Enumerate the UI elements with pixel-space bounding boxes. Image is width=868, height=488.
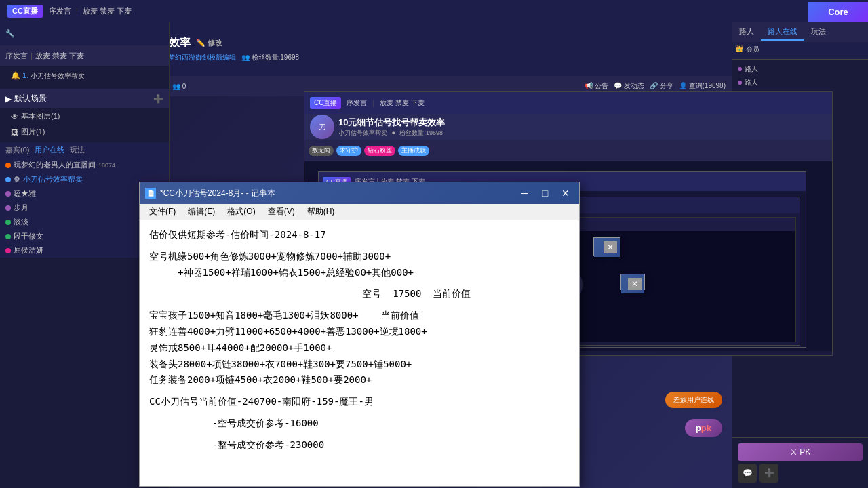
content-line-9: 狂豹连善4000+力劈11000+6500+4000+善恶13000+逆境180… [149,324,570,340]
notepad-title-text: *CC小刀估号2024-8月- - 记事本 [160,188,513,199]
cc-nav-order[interactable]: 序发言 [347,98,367,108]
core-badge: Core [808,2,868,22]
dialog-2-titlebar: ✕ [621,274,644,293]
share-btn[interactable]: 🔗 分享 [650,81,673,91]
menu-view[interactable]: 查看(V) [262,205,300,219]
user-list-header: 嘉宾(0) 用户在线 玩法 [0,142,169,158]
dialog-2-close[interactable]: ✕ [628,278,642,290]
app-logo: CC直播 [7,5,43,18]
user-dot-2 [5,177,11,182]
maximize-btn[interactable]: □ [537,186,553,200]
guests-tab[interactable]: 嘉宾(0) [5,145,29,155]
nav-order[interactable]: 序发言 [49,7,71,15]
connect-users-btn[interactable]: 差族用户连线 [665,392,722,408]
user-dot-7 [5,248,11,253]
notepad-content[interactable]: 估价仅供短期参考-估价时间-2024-8-17 空号机缘500+角色修炼3000… [140,220,579,486]
cc-queue[interactable]: 求守护 [336,146,361,156]
close-btn[interactable]: ✕ [557,186,574,200]
cc-separator: ● [392,129,395,136]
scene-add-btn[interactable]: ➕ [153,94,163,104]
user-name-7: 屈侯洁妍 [14,245,43,256]
content-line-18: -整号成交价参考-230000 [149,437,570,453]
cc-achievement[interactable]: 主播成就 [398,146,429,156]
scene-label: 默认场景 [14,93,47,104]
cc-logo-inner: CC直播 [310,97,341,109]
pk-section: ⚔ PK 💬 ➕ [732,437,868,488]
right-dot-2 [738,81,742,85]
tab-guests[interactable]: 路人 [732,24,761,41]
game-link[interactable]: ● 梦幻西游御剑极颤编辑 [162,53,236,62]
tab-games[interactable]: 玩法 [804,24,833,41]
pk-label: PK [800,447,810,457]
announcement-btn[interactable]: 📢 公告 [585,81,608,91]
small-dialog-1: ✕ [593,237,620,256]
games-tab[interactable]: 玩法 [70,145,85,155]
user-avatar-2: ⚙ [14,175,20,184]
layer-name-1: 基本图层(1) [21,111,60,121]
channel-item[interactable]: 🔔 1. 小刀估号效率帮卖 [5,68,163,83]
layer-item-1[interactable]: 👁 基本图层(1) [0,108,169,124]
right-action-btns: 📢 公告 💬 发动态 🔗 分享 👤 查询(19698) [585,81,726,91]
tab-online[interactable]: 路人在线 [761,24,804,41]
chat-icon-btn[interactable]: 💬 [738,464,757,483]
notepad-window: 📄 *CC小刀估号2024-8月- - 记事本 ─ □ ✕ 文件(F) 编辑(E… [139,182,580,487]
pk-button[interactable]: ⚔ PK [738,443,863,461]
image-icon: 🖼 [11,128,18,136]
member-row-1: 👑 会员 [735,45,865,54]
right-name-2: 路人 [745,78,758,87]
user-item-1: 玩梦幻的老男人的直播间 18074 [0,158,169,172]
layers-list: 👁 基本图层(1) 🖼 图片(1) [0,108,169,140]
minimize-btn[interactable]: ─ [517,186,533,200]
cc-window-topbar: CC直播 序发言 | 放麦 禁麦 下麦 [304,92,832,114]
user-dot-4 [5,205,11,211]
nav-controls-side[interactable]: 放麦 禁麦 下麦 [35,51,84,61]
content-line-3: 空号机缘500+角色修炼3000+宠物修炼7000+辅助3000+ [149,249,570,265]
user-name-6: 段干修文 [14,231,43,241]
right-user-2: 路人 [732,76,868,89]
nav-controls[interactable]: 放麦 禁麦 下麦 [83,7,132,15]
notepad-icon: 📄 [145,188,156,199]
content-line-8: 宝宝孩子1500+知音1800+毫毛1300+泪妖8000+ 当前价值 [149,308,570,324]
member-label: 会员 [746,45,760,54]
user-count-1: 18074 [98,162,115,169]
member-section: 👑 会员 [732,42,868,60]
user-dot-1 [5,163,11,168]
user-name-4: 步月 [14,203,28,213]
pk-floating-btn[interactable]: ppk [685,419,722,437]
connect-label: 差族用户连线 [673,396,714,403]
edit-btn[interactable]: ✏️ 修改 [196,38,222,48]
notepad-titlebar: 📄 *CC小刀估号2024-8月- - 记事本 ─ □ ✕ [140,182,579,204]
channel-item-wrapper: 🔔 1. 小刀估号效率帮卖 [0,66,169,86]
cc-stream-title: 10元细节估号找号帮卖效率 [338,117,445,129]
app-topbar: CC直播 序发言 | 放麦 禁麦 下麦 Core [0,0,868,22]
sidebar-toolbar: 🔧 [0,22,169,45]
menu-edit[interactable]: 编辑(E) [182,205,220,219]
cc-stream-sub: 小刀估号效率帮卖 ● 粉丝数量:19698 [338,129,445,138]
right-name-1: 路人 [745,64,758,74]
cc-nav-controls[interactable]: 放麦 禁麦 下麦 [380,98,425,108]
cc-diamond-fans[interactable]: 钻石粉丝 [364,146,395,156]
query-btn[interactable]: 👤 查询(19698) [679,81,726,91]
menu-format[interactable]: 格式(O) [222,205,260,219]
nav-order-side[interactable]: 序发言 [5,51,28,61]
content-line-1: 估价仅供短期参考-估价时间-2024-8-17 [149,227,570,243]
layer-item-2[interactable]: 🖼 图片(1) [0,124,169,140]
scene-expand-icon[interactable]: ▶ [5,94,12,104]
activity-btn[interactable]: 💬 发动态 [614,81,644,91]
user-dot-3 [5,191,11,197]
menu-help[interactable]: 帮助(H) [302,205,340,219]
dialog-1-close[interactable]: ✕ [604,241,617,253]
sidebar-nav: 序发言 | 放麦 禁麦 下麦 [0,45,169,66]
right-sidebar-tabs: 路人 路人在线 玩法 [732,22,868,42]
action-mini-btns: 💬 ➕ [738,464,863,483]
plus-btn[interactable]: ➕ [760,464,778,483]
cc-stream-title-block: 10元细节估号找号帮卖效率 小刀估号效率帮卖 ● 粉丝数量:19698 [338,117,445,138]
user-dot-6 [5,234,11,239]
menu-file[interactable]: 文件(F) [144,205,181,219]
cc-no-sound[interactable]: 数无闻 [309,146,334,156]
content-line-12: 任务装备2000+项链4500+衣2000+鞋500+要2000+ [149,372,570,388]
online-tab[interactable]: 用户在线 [35,145,64,155]
content-line-11: 装备头28000+项链38000+衣7000+鞋300+要7500+锤5000+ [149,357,570,373]
small-dialog-2: ✕ [620,274,645,290]
content-line-6: 空号 17500 当前价值 [149,286,570,302]
